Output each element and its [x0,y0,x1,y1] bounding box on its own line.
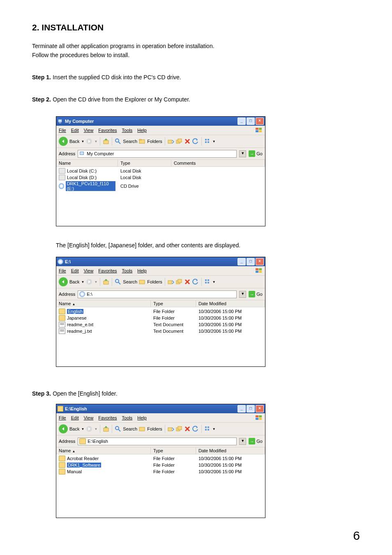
close-button[interactable]: × [256,258,264,265]
col-date[interactable]: Date Modified [196,447,265,454]
menu-help[interactable]: Help [137,415,147,420]
step-1-text: Insert the supplied CD disk into the PC'… [53,74,181,81]
folders-icon[interactable] [139,279,145,285]
menu-file[interactable]: File [59,128,66,133]
folders-icon[interactable] [139,426,145,432]
list-item[interactable]: ManualFile Folder10/30/2006 15:00 PM [56,468,265,475]
copy-to-icon[interactable] [176,138,182,145]
list-item[interactable]: DRK1_SoftwareFile Folder10/30/2006 15:00… [56,462,265,468]
views-icon[interactable] [204,279,211,285]
menu-favorites[interactable]: Favorites [98,128,117,133]
menu-view[interactable]: View [84,415,94,420]
menu-view[interactable]: View [84,268,94,273]
go-button[interactable]: →Go [249,438,263,444]
list-item[interactable]: EnglishFile Folder10/30/2006 15:00 PM [56,308,265,315]
maximize-button[interactable]: □ [247,117,255,125]
back-button[interactable] [59,424,68,433]
move-to-icon[interactable] [168,426,174,432]
col-type[interactable]: Type [151,447,196,454]
col-name[interactable]: Name [56,160,118,166]
list-item[interactable]: JapaneseFile Folder10/30/2006 15:00 PM [56,315,265,321]
menu-edit[interactable]: Edit [71,268,79,273]
address-input[interactable]: E:\ [78,290,237,298]
col-name[interactable]: Name ▲ [56,447,151,454]
col-type[interactable]: Type [151,300,196,307]
list-item[interactable]: readme_e.txtText Document10/30/2006 15:0… [56,321,265,328]
close-button[interactable]: × [256,117,264,125]
back-label[interactable]: Back [69,139,79,144]
list-item[interactable]: readme_j.txtText Document10/30/2006 15:0… [56,328,265,334]
search-icon[interactable] [115,426,121,432]
search-label[interactable]: Search [123,426,137,431]
views-icon[interactable] [204,138,211,145]
step-1-label: Step 1. [32,74,51,81]
list-item[interactable]: Acrobat ReaderFile Folder10/30/2006 15:0… [56,455,265,462]
col-name[interactable]: Name ▲ [56,300,151,307]
folders-label[interactable]: Folders [147,426,162,431]
menu-help[interactable]: Help [137,128,147,133]
folders-label[interactable]: Folders [147,279,162,284]
search-icon[interactable] [115,279,121,285]
address-input[interactable]: E:\English [78,438,237,445]
close-button[interactable]: × [256,405,264,412]
forward-button[interactable] [86,138,92,145]
menu-favorites[interactable]: Favorites [98,268,117,273]
menu-file[interactable]: File [59,268,66,273]
folders-icon[interactable] [139,138,145,145]
back-label[interactable]: Back [69,426,79,431]
address-dropdown[interactable]: ▼ [239,291,246,298]
go-button[interactable]: →Go [249,150,263,157]
undo-icon[interactable] [192,279,199,285]
minimize-button[interactable]: _ [238,405,246,412]
address-input[interactable]: My Computer [78,150,237,158]
move-to-icon[interactable] [168,138,174,145]
list-item[interactable]: DRK1_PCv110_f110 (E:)CD Drive [56,181,265,191]
back-button[interactable] [59,277,68,286]
forward-button[interactable] [86,426,92,432]
copy-to-icon[interactable] [176,426,182,432]
search-label[interactable]: Search [123,279,137,284]
step-2-text: Open the CD drive from the Explorer or M… [53,96,190,103]
col-type[interactable]: Type [118,160,171,166]
svg-rect-16 [208,139,209,140]
copy-to-icon[interactable] [176,279,182,285]
col-date[interactable]: Date Modified [196,300,265,307]
up-button[interactable] [103,426,109,432]
go-button[interactable]: →Go [249,291,263,297]
step-3-text: Open the [English] folder. [53,390,117,397]
up-button[interactable] [103,279,109,285]
search-icon[interactable] [115,138,121,145]
back-button[interactable] [59,137,68,146]
menu-tools[interactable]: Tools [122,268,133,273]
views-icon[interactable] [204,426,211,432]
menu-tools[interactable]: Tools [122,415,133,420]
col-comments[interactable]: Comments [171,160,265,166]
delete-icon[interactable] [184,426,191,432]
list-item[interactable]: Local Disk (D:)Local Disk [56,174,265,181]
menu-help[interactable]: Help [137,268,147,273]
address-dropdown[interactable]: ▼ [239,438,246,445]
address-dropdown[interactable]: ▼ [239,150,246,157]
menu-favorites[interactable]: Favorites [98,415,117,420]
minimize-button[interactable]: _ [238,258,246,265]
up-button[interactable] [103,138,109,145]
list-item[interactable]: Local Disk (C:)Local Disk [56,168,265,174]
move-to-icon[interactable] [168,279,174,285]
delete-icon[interactable] [184,138,191,145]
search-label[interactable]: Search [123,139,137,144]
maximize-button[interactable]: □ [247,405,255,412]
menu-edit[interactable]: Edit [71,128,79,133]
undo-icon[interactable] [192,426,199,432]
svg-rect-33 [208,279,209,281]
back-label[interactable]: Back [69,279,79,284]
maximize-button[interactable]: □ [247,258,255,265]
menu-edit[interactable]: Edit [71,415,79,420]
folders-label[interactable]: Folders [147,139,162,144]
menu-view[interactable]: View [84,128,94,133]
menu-tools[interactable]: Tools [122,128,133,133]
delete-icon[interactable] [184,279,191,285]
forward-button[interactable] [86,279,92,285]
menu-file[interactable]: File [59,415,66,420]
minimize-button[interactable]: _ [238,117,246,125]
undo-icon[interactable] [192,138,199,145]
